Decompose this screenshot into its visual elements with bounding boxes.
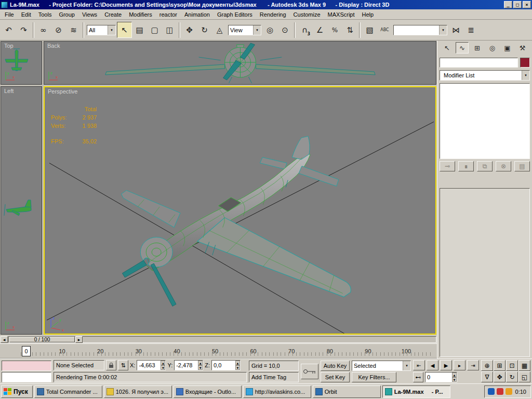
keyboard-shortcut-override-toggle[interactable]: ABC: [377, 22, 392, 38]
viewport-top[interactable]: Top x y: [1, 41, 42, 85]
selection-lock-toggle[interactable]: [106, 360, 116, 370]
select-by-name-button[interactable]: ▤: [132, 22, 147, 38]
previous-frame-button[interactable]: ◀: [427, 360, 438, 370]
maximize-button[interactable]: □: [513, 1, 522, 8]
start-button[interactable]: Пуск: [1, 385, 33, 398]
pin-stack-button[interactable]: ⊸: [440, 161, 455, 171]
spinner-up-icon[interactable]: ▲: [198, 361, 203, 365]
dropdown-arrow-icon[interactable]: ▼: [522, 71, 529, 80]
play-button[interactable]: ▶: [440, 360, 452, 370]
y-spinner[interactable]: ▲▼: [198, 361, 203, 370]
zoom-extents-all-button[interactable]: ▦: [518, 360, 530, 371]
utilities-tab[interactable]: ⚒: [516, 42, 529, 54]
tray-icon-3[interactable]: [506, 388, 512, 395]
auto-key-button[interactable]: Auto Key: [321, 361, 350, 371]
undo-button[interactable]: ↶: [1, 22, 16, 38]
set-key-button[interactable]: Set Key: [321, 372, 350, 382]
dropdown-arrow-icon[interactable]: ▼: [253, 25, 261, 35]
time-slider-handle[interactable]: 0 / 100: [9, 337, 75, 342]
field-of-view-button[interactable]: ∇: [481, 371, 493, 382]
mirror-button[interactable]: ⋈: [448, 22, 463, 38]
hierarchy-tab[interactable]: ⊞: [471, 42, 484, 54]
menu-tools[interactable]: Tools: [35, 10, 56, 19]
menu-group[interactable]: Group: [55, 10, 78, 19]
show-end-result-button[interactable]: ∎: [458, 161, 474, 171]
menu-modifiers[interactable]: Modifiers: [125, 10, 156, 19]
viewport-perspective-label[interactable]: Perspective: [48, 88, 77, 95]
x-coordinate-field[interactable]: -4,663▲▼: [137, 360, 166, 370]
viewport-top-label[interactable]: Top: [4, 43, 14, 49]
select-object-button[interactable]: ↖: [117, 22, 132, 38]
key-mode-dropdown[interactable]: Selected ▼: [352, 361, 411, 371]
dropdown-arrow-icon[interactable]: ▼: [439, 25, 447, 35]
go-to-start-button[interactable]: ⇤: [413, 360, 425, 370]
use-pivot-point-center-button[interactable]: ◎: [262, 22, 277, 38]
select-and-scale-button[interactable]: ◬: [212, 22, 227, 38]
named-selection-sets-dropdown[interactable]: ▼: [393, 25, 447, 35]
display-tab[interactable]: ▣: [501, 42, 514, 54]
taskbar-button-6[interactable]: La-9M.max - P...: [382, 385, 450, 398]
spinner-down-icon[interactable]: ▼: [235, 365, 240, 370]
spinner-snap-toggle[interactable]: ⇅: [342, 22, 357, 38]
align-button[interactable]: ≣: [463, 22, 478, 38]
dropdown-arrow-icon[interactable]: ▼: [108, 25, 115, 35]
snaps-toggle-button[interactable]: ∩3: [297, 22, 312, 38]
maxscript-mini-listener-macro[interactable]: [2, 361, 51, 371]
create-tab[interactable]: ↖: [441, 42, 454, 54]
dropdown-arrow-icon[interactable]: ▼: [403, 361, 410, 370]
spinner-up-icon[interactable]: ▲: [452, 373, 457, 377]
spinner-down-icon[interactable]: ▼: [452, 377, 457, 382]
maxscript-mini-listener[interactable]: [2, 372, 51, 382]
viewport-back[interactable]: Back: [44, 41, 436, 85]
modify-tab[interactable]: ∿: [456, 42, 469, 54]
z-coordinate-field[interactable]: 0,0▲▼: [211, 360, 241, 370]
percent-snap-toggle[interactable]: %: [327, 22, 342, 38]
object-name-field[interactable]: [440, 58, 518, 68]
tray-icon-1[interactable]: [488, 388, 495, 395]
zoom-button[interactable]: ⊕: [481, 360, 493, 371]
selection-filter-dropdown[interactable]: All▼: [87, 25, 116, 35]
key-filters-button[interactable]: Key Filters...: [352, 372, 396, 382]
y-coordinate-field[interactable]: -2,478▲▼: [174, 360, 203, 370]
unlink-selection-button[interactable]: ⊘: [51, 22, 66, 38]
time-slider-track[interactable]: 0 / 100 ▶: [8, 336, 436, 343]
select-and-link-button[interactable]: ∞: [36, 22, 51, 38]
time-slider-left-arrow[interactable]: ◀: [1, 336, 8, 343]
taskbar-button-4[interactable]: http://aviaskins.co...: [243, 385, 311, 398]
current-frame-marker[interactable]: 0: [22, 346, 31, 356]
menu-file[interactable]: File: [1, 10, 18, 19]
arc-rotate-button[interactable]: ↻: [506, 371, 518, 382]
window-crossing-toggle[interactable]: ◫: [162, 22, 177, 38]
menu-help[interactable]: Help: [358, 10, 378, 19]
current-frame-field[interactable]: 0▲▼: [425, 372, 457, 382]
zoom-extents-button[interactable]: ⊡: [506, 360, 518, 371]
spinner-down-icon[interactable]: ▼: [198, 365, 203, 370]
spinner-down-icon[interactable]: ▼: [161, 365, 165, 370]
track-bar[interactable]: 0 102030405060708090100: [0, 343, 437, 358]
menu-animation[interactable]: Animation: [181, 10, 214, 19]
add-time-tag[interactable]: Add Time Tag: [249, 372, 299, 382]
pan-button[interactable]: ✥: [494, 371, 506, 382]
minimize-button[interactable]: _: [504, 1, 512, 8]
reference-coordinate-system-dropdown[interactable]: View▼: [228, 25, 261, 35]
object-color-swatch[interactable]: [520, 58, 530, 68]
menu-reactor[interactable]: reactor: [156, 10, 181, 19]
modifier-stack[interactable]: [440, 83, 530, 159]
absolute-offset-mode-toggle[interactable]: ⇅: [118, 360, 128, 370]
x-spinner[interactable]: ▲▼: [161, 361, 165, 370]
select-and-move-button[interactable]: ✥: [182, 22, 197, 38]
taskbar-button-2[interactable]: 1026. Я получил э...: [104, 385, 172, 398]
angle-snap-toggle[interactable]: ∠: [312, 22, 327, 38]
close-button[interactable]: ×: [523, 1, 531, 8]
menu-rendering[interactable]: Rendering: [256, 10, 290, 19]
menu-maxscript[interactable]: MAXScript: [324, 10, 358, 19]
viewport-perspective[interactable]: Perspective Total Polys:2 937 Verts:1 93…: [44, 86, 436, 335]
menu-create[interactable]: Create: [101, 10, 125, 19]
make-unique-button[interactable]: ⧉: [477, 161, 493, 171]
configure-modifier-sets-button[interactable]: ▤: [514, 161, 530, 171]
tray-icon-2[interactable]: [497, 388, 503, 395]
go-to-end-button[interactable]: ⇥: [467, 360, 479, 370]
select-and-rotate-button[interactable]: ↻: [197, 22, 212, 38]
next-frame-button[interactable]: ▸: [454, 360, 466, 370]
spinner-up-icon[interactable]: ▲: [235, 361, 240, 365]
